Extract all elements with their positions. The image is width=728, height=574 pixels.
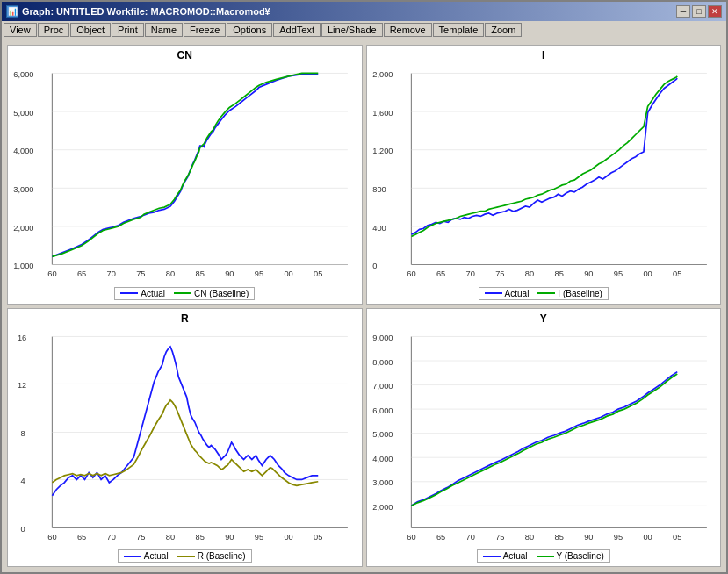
close-button[interactable]: ✕ <box>708 5 722 18</box>
svg-text:80: 80 <box>524 269 533 278</box>
svg-text:95: 95 <box>613 269 622 278</box>
menu-item-options[interactable]: Options <box>227 23 272 37</box>
svg-text:16: 16 <box>18 334 26 342</box>
svg-text:400: 400 <box>372 224 386 233</box>
svg-text:4,000: 4,000 <box>372 454 393 463</box>
svg-text:2,000: 2,000 <box>372 70 393 79</box>
chart-y: Y 9,000 8,000 7,000 6,0 <box>366 308 722 568</box>
menu-item-view[interactable]: View <box>4 23 37 37</box>
svg-text:90: 90 <box>225 269 234 278</box>
svg-text:95: 95 <box>613 533 622 542</box>
minimize-button[interactable]: ─ <box>676 5 690 18</box>
svg-text:65: 65 <box>77 533 86 542</box>
svg-text:65: 65 <box>436 269 444 278</box>
menu-item-zoom[interactable]: Zoom <box>485 23 522 37</box>
chart-i-legend: Actual I (Baseline) <box>479 287 609 300</box>
svg-text:90: 90 <box>584 269 593 278</box>
menu-item-proc[interactable]: Proc <box>38 23 70 37</box>
legend-y-actual-line <box>483 556 501 557</box>
legend-actual-y: Actual <box>483 551 528 561</box>
svg-text:70: 70 <box>107 269 116 278</box>
legend-r-actual-line <box>124 556 141 557</box>
svg-text:12: 12 <box>18 381 26 390</box>
chart-y-inner: 9,000 8,000 7,000 6,000 5,000 4,000 3,00… <box>371 326 717 549</box>
svg-text:80: 80 <box>166 269 175 278</box>
svg-text:00: 00 <box>284 269 292 278</box>
svg-text:75: 75 <box>136 269 145 278</box>
legend-i-actual-line <box>485 292 502 294</box>
svg-text:95: 95 <box>255 533 263 542</box>
svg-text:85: 85 <box>195 269 204 278</box>
chart-i-title: I <box>542 49 544 61</box>
menu-bar: ViewProcObjectPrintNameFreezeOptionsAddT… <box>2 21 726 39</box>
svg-text:1,600: 1,600 <box>372 109 393 118</box>
menu-item-print[interactable]: Print <box>112 23 144 37</box>
menu-item-line-shade[interactable]: Line/Shade <box>321 23 383 37</box>
svg-text:6,000: 6,000 <box>372 405 393 414</box>
svg-text:70: 70 <box>465 533 474 542</box>
svg-text:00: 00 <box>643 533 652 542</box>
title-bar-left: 📊 Graph: UNTITLED Workfile: MACROMOD::Ma… <box>6 5 270 18</box>
svg-text:75: 75 <box>495 533 504 542</box>
menu-item-template[interactable]: Template <box>433 23 485 37</box>
svg-text:6,000: 6,000 <box>13 70 33 79</box>
chart-y-svg: 9,000 8,000 7,000 6,000 5,000 4,000 3,00… <box>371 326 717 549</box>
chart-r-legend: Actual R (Baseline) <box>118 549 252 563</box>
legend-actual-label: Actual <box>141 289 165 298</box>
svg-text:800: 800 <box>372 185 386 194</box>
legend-i-baseline-line <box>537 292 555 294</box>
svg-text:9,000: 9,000 <box>372 334 393 342</box>
svg-text:85: 85 <box>554 269 563 278</box>
chart-r-inner: 16 12 8 4 0 60 65 70 75 80 85 90 95 00 0… <box>11 326 358 549</box>
legend-i-baseline-label: I (Baseline) <box>558 289 602 298</box>
title-controls: ─ □ ✕ <box>676 5 722 18</box>
legend-baseline-label: CN (Baseline) <box>194 289 249 298</box>
svg-text:70: 70 <box>107 533 116 542</box>
svg-text:8: 8 <box>20 429 25 438</box>
menu-item-freeze[interactable]: Freeze <box>184 23 226 37</box>
svg-text:3,000: 3,000 <box>372 478 393 487</box>
svg-text:80: 80 <box>524 533 533 542</box>
legend-y-actual-label: Actual <box>503 551 528 561</box>
legend-y-baseline-line <box>537 556 554 557</box>
svg-text:0: 0 <box>20 525 25 534</box>
svg-text:60: 60 <box>47 269 56 278</box>
legend-i-actual-label: Actual <box>505 289 530 298</box>
legend-r-baseline-line <box>177 556 195 557</box>
svg-text:7,000: 7,000 <box>372 382 393 391</box>
svg-text:2,000: 2,000 <box>372 502 393 511</box>
svg-text:95: 95 <box>255 269 263 278</box>
svg-text:2,000: 2,000 <box>13 224 33 233</box>
chart-cn-title: CN <box>177 49 192 61</box>
window-title: Graph: UNTITLED Workfile: MACROMOD::Macr… <box>22 6 270 17</box>
svg-text:05: 05 <box>673 533 681 542</box>
svg-text:80: 80 <box>166 533 175 542</box>
chart-i: I 2,000 1,600 1,200 800 400 0 <box>366 45 722 305</box>
svg-text:5,000: 5,000 <box>372 430 393 439</box>
svg-text:4,000: 4,000 <box>13 147 33 155</box>
svg-text:05: 05 <box>314 269 322 278</box>
svg-text:05: 05 <box>673 269 681 278</box>
svg-text:85: 85 <box>195 533 204 542</box>
chart-cn: CN 6,000 5,000 4,000 <box>7 45 363 305</box>
svg-text:65: 65 <box>436 533 444 542</box>
svg-text:75: 75 <box>495 269 504 278</box>
chart-cn-legend: Actual CN (Baseline) <box>114 287 255 300</box>
chart-i-inner: 2,000 1,600 1,200 800 400 0 60 65 70 75 … <box>371 63 717 285</box>
legend-actual-i: Actual <box>485 289 530 298</box>
chart-cn-svg: 6,000 5,000 4,000 3,000 2,000 1,000 60 6… <box>11 63 358 285</box>
menu-item-remove[interactable]: Remove <box>384 23 432 37</box>
menu-item-addtext[interactable]: AddText <box>273 23 321 37</box>
chart-cn-inner: 6,000 5,000 4,000 3,000 2,000 1,000 60 6… <box>11 63 358 285</box>
svg-text:60: 60 <box>407 269 415 278</box>
legend-actual-cn: Actual <box>120 289 165 298</box>
maximize-button[interactable]: □ <box>692 5 706 18</box>
svg-text:65: 65 <box>77 269 86 278</box>
svg-text:60: 60 <box>407 533 415 542</box>
menu-item-name[interactable]: Name <box>145 23 183 37</box>
menu-item-object[interactable]: Object <box>70 23 111 37</box>
app-icon: 📊 <box>6 5 18 18</box>
svg-text:05: 05 <box>314 533 322 542</box>
chart-i-svg: 2,000 1,600 1,200 800 400 0 60 65 70 75 … <box>371 63 717 285</box>
chart-r-title: R <box>181 312 189 325</box>
